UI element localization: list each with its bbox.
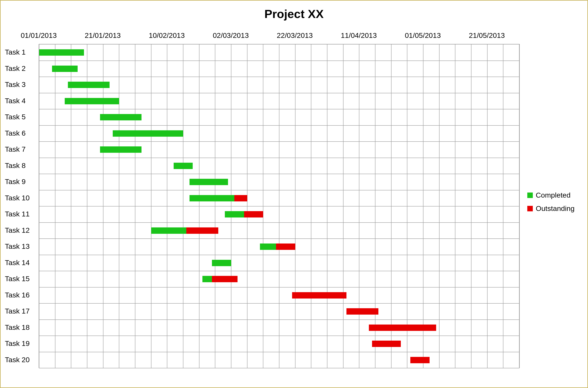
h-gridline <box>39 319 519 320</box>
bar-segment-completed <box>52 66 78 72</box>
x-tick-label: 01/05/2013 <box>405 31 441 40</box>
y-category-label: Task 5 <box>5 113 25 121</box>
x-tick-label: 21/05/2013 <box>469 31 505 40</box>
bar-segment-outstanding <box>372 340 401 347</box>
legend-item-outstanding: Outstanding <box>527 204 574 213</box>
y-category-label: Task 8 <box>5 161 25 170</box>
h-gridline <box>39 141 519 142</box>
bar-segment-completed <box>151 227 186 234</box>
y-category-label: Task 15 <box>5 275 30 283</box>
h-gridline <box>39 255 519 255</box>
y-category-label: Task 4 <box>5 97 25 105</box>
y-category-label: Task 1 <box>5 48 25 56</box>
bar-segment-outstanding <box>234 195 247 201</box>
x-tick-label: 10/02/2013 <box>149 31 185 40</box>
y-category-label: Task 17 <box>5 307 30 315</box>
h-gridline <box>39 93 519 93</box>
h-gridline <box>39 368 519 368</box>
bar-segment-outstanding <box>292 292 347 298</box>
bar-segment-outstanding <box>276 243 295 250</box>
y-category-label: Task 13 <box>5 242 30 250</box>
h-gridline <box>39 352 519 352</box>
bar-segment-completed <box>225 211 244 218</box>
h-gridline <box>39 336 519 336</box>
y-category-label: Task 3 <box>5 80 25 89</box>
bar-segment-completed <box>189 179 228 185</box>
h-gridline <box>39 239 519 239</box>
h-gridline <box>39 125 519 126</box>
y-category-label: Task 11 <box>5 210 30 218</box>
bar-segment-outstanding <box>347 308 378 315</box>
y-category-label: Task 9 <box>5 177 25 186</box>
legend-label-outstanding: Outstanding <box>536 204 574 213</box>
bar-segment-completed <box>65 98 119 104</box>
legend-swatch-outstanding <box>527 206 533 211</box>
bar-segment-completed <box>39 49 84 56</box>
bar-segment-outstanding <box>212 276 237 282</box>
h-gridline <box>39 76 519 77</box>
bar-segment-completed <box>174 163 193 169</box>
bar-segment-completed <box>113 130 183 137</box>
bar-segment-completed <box>100 114 142 120</box>
bar-segment-completed <box>68 82 110 88</box>
bar-segment-outstanding <box>244 211 263 218</box>
y-category-label: Task 2 <box>5 64 25 72</box>
bar-segment-completed <box>212 260 231 266</box>
x-tick-label: 01/01/2013 <box>21 31 57 40</box>
y-category-label: Task 10 <box>5 194 30 202</box>
h-gridline <box>39 206 519 206</box>
h-gridline <box>39 271 519 271</box>
h-gridline <box>39 190 519 190</box>
bar-segment-completed <box>189 195 234 201</box>
y-category-label: Task 18 <box>5 323 30 331</box>
bar-segment-completed <box>260 243 276 250</box>
legend-item-completed: Completed <box>527 191 574 199</box>
h-gridline <box>39 158 519 158</box>
bar-segment-completed <box>202 276 212 282</box>
bar-segment-outstanding <box>186 227 218 234</box>
y-category-label: Task 16 <box>5 291 30 299</box>
y-category-label: Task 14 <box>5 258 30 267</box>
y-category-label: Task 7 <box>5 145 25 153</box>
x-tick-label: 21/01/2013 <box>85 31 121 40</box>
y-category-label: Task 6 <box>5 129 25 137</box>
y-category-label: Task 19 <box>5 339 30 348</box>
h-gridline <box>39 109 519 109</box>
x-tick-label: 11/04/2013 <box>341 31 377 40</box>
h-gridline <box>39 174 519 174</box>
bar-segment-outstanding <box>410 357 430 363</box>
plot-area <box>39 44 520 368</box>
x-tick-label: 02/03/2013 <box>213 31 249 40</box>
h-gridline <box>39 303 519 304</box>
chart-frame: { "title": "Project XX", "legend": { "co… <box>0 0 588 388</box>
y-category-label: Task 20 <box>5 355 30 364</box>
chart-title: Project XX <box>1 7 587 21</box>
legend-label-completed: Completed <box>536 191 570 199</box>
h-gridline <box>39 222 519 223</box>
legend-swatch-completed <box>527 193 533 198</box>
h-gridline <box>39 61 519 61</box>
h-gridline <box>39 287 519 288</box>
bar-segment-completed <box>100 146 142 153</box>
y-category-label: Task 12 <box>5 226 30 234</box>
x-tick-label: 22/03/2013 <box>277 31 313 40</box>
bar-segment-outstanding <box>369 325 436 331</box>
legend: Completed Outstanding <box>527 191 574 218</box>
